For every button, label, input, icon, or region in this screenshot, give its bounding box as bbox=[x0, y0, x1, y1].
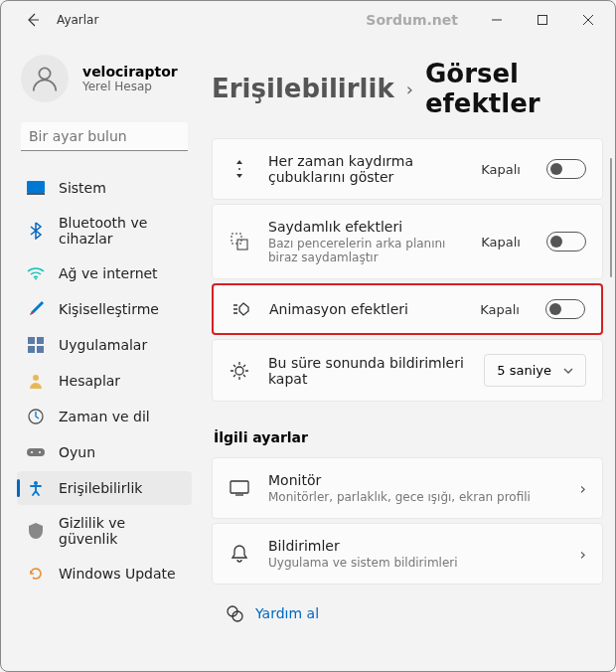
svg-rect-9 bbox=[37, 346, 44, 353]
svg-point-15 bbox=[34, 481, 38, 485]
svg-rect-4 bbox=[27, 193, 45, 195]
arrow-left-icon bbox=[25, 12, 41, 28]
sidebar-item-accessibility[interactable]: Erişilebilirlik bbox=[17, 471, 192, 505]
svg-rect-7 bbox=[37, 337, 44, 344]
bell-icon bbox=[229, 545, 250, 563]
profile-sub: Yerel Hesap bbox=[82, 80, 178, 93]
watermark: Sordum.net bbox=[366, 12, 458, 28]
svg-point-10 bbox=[33, 375, 39, 381]
maximize-button[interactable] bbox=[520, 4, 565, 36]
sidebar-item-label: Erişilebilirlik bbox=[59, 480, 142, 496]
nav-list: Sistem Bluetooth ve cihazlar Ağ ve inter… bbox=[17, 171, 192, 590]
search-box[interactable] bbox=[21, 122, 188, 151]
sidebar-item-label: Uygulamalar bbox=[59, 337, 147, 353]
sidebar-item-system[interactable]: Sistem bbox=[17, 171, 192, 205]
setting-value: Kapalı bbox=[481, 162, 521, 177]
timeout-select[interactable]: 5 saniye bbox=[484, 354, 586, 387]
scrollbar[interactable] bbox=[609, 158, 613, 651]
profile-name: velociraptor bbox=[82, 64, 178, 80]
toggle-transparency[interactable] bbox=[546, 232, 586, 252]
select-value: 5 saniye bbox=[497, 363, 551, 378]
svg-point-19 bbox=[235, 367, 243, 375]
svg-rect-8 bbox=[28, 346, 35, 353]
chevron-down-icon bbox=[563, 368, 573, 374]
related-sub: Monitörler, parlaklık, gece ışığı, ekran… bbox=[268, 490, 562, 504]
sidebar-item-bluetooth[interactable]: Bluetooth ve cihazlar bbox=[17, 207, 192, 254]
svg-point-5 bbox=[35, 278, 37, 280]
monitor-icon bbox=[229, 480, 250, 496]
svg-rect-20 bbox=[231, 481, 248, 493]
close-icon bbox=[583, 15, 593, 25]
person-icon bbox=[30, 64, 60, 93]
related-notifications[interactable]: Bildirimler Uygulama ve sistem bildiriml… bbox=[212, 523, 603, 585]
window-title: Ayarlar bbox=[57, 13, 98, 27]
related-monitor[interactable]: Monitör Monitörler, parlaklık, gece ışığ… bbox=[212, 457, 603, 519]
setting-scrollbars: Her zaman kaydırma çubuklarını göster Ka… bbox=[212, 138, 603, 200]
setting-title: Bu süre sonunda bildirimleri kapat bbox=[268, 355, 466, 387]
related-title: Bildirimler bbox=[268, 538, 562, 554]
breadcrumb-current: Görsel efektler bbox=[425, 59, 603, 118]
sidebar-item-label: Gizlilik ve güvenlik bbox=[59, 515, 182, 547]
maximize-icon bbox=[538, 15, 547, 25]
setting-value: Kapalı bbox=[480, 302, 520, 317]
breadcrumb-parent[interactable]: Erişilebilirlik bbox=[212, 74, 394, 103]
display-icon bbox=[27, 179, 45, 197]
chevron-right-icon: › bbox=[406, 79, 413, 99]
svg-rect-18 bbox=[237, 240, 247, 250]
breadcrumb: Erişilebilirlik › Görsel efektler bbox=[212, 59, 603, 118]
svg-point-13 bbox=[31, 451, 33, 453]
svg-rect-12 bbox=[27, 448, 45, 456]
clock-globe-icon bbox=[27, 408, 45, 425]
setting-animation: Animasyon efektleri Kapalı bbox=[212, 283, 603, 335]
chevron-right-icon: › bbox=[580, 479, 586, 498]
sidebar-item-apps[interactable]: Uygulamalar bbox=[17, 328, 192, 362]
transparency-icon bbox=[229, 233, 250, 251]
wifi-icon bbox=[27, 264, 45, 282]
back-button[interactable] bbox=[17, 4, 49, 36]
minimize-icon bbox=[492, 15, 502, 25]
bluetooth-icon bbox=[27, 222, 45, 240]
toggle-animation[interactable] bbox=[545, 299, 585, 319]
svg-point-1 bbox=[39, 68, 50, 79]
related-sub: Uygulama ve sistem bildirimleri bbox=[268, 556, 562, 570]
setting-title: Animasyon efektleri bbox=[269, 301, 462, 317]
sidebar-item-label: Hesaplar bbox=[59, 373, 120, 389]
sidebar-item-time[interactable]: Zaman ve dil bbox=[17, 400, 192, 433]
setting-transparency: Saydamlık efektleri Bazı pencerelerin ar… bbox=[212, 204, 603, 279]
svg-rect-3 bbox=[27, 181, 45, 193]
brush-icon bbox=[27, 300, 45, 318]
svg-point-16 bbox=[238, 168, 240, 170]
minimize-button[interactable] bbox=[474, 4, 520, 36]
search-input[interactable] bbox=[29, 128, 202, 144]
setting-title: Saydamlık efektleri bbox=[268, 219, 463, 235]
close-button[interactable] bbox=[565, 4, 611, 36]
sidebar-item-label: Ağ ve internet bbox=[59, 265, 158, 281]
related-title: Monitör bbox=[268, 472, 562, 488]
sidebar-item-label: Windows Update bbox=[59, 566, 176, 582]
help-row[interactable]: Yardım al bbox=[212, 604, 603, 622]
shield-icon bbox=[27, 522, 45, 540]
profile-block[interactable]: velociraptor Yerel Hesap bbox=[17, 55, 192, 102]
setting-title: Her zaman kaydırma çubuklarını göster bbox=[268, 153, 463, 185]
gamepad-icon bbox=[27, 443, 45, 461]
svg-point-14 bbox=[39, 451, 41, 453]
setting-value: Kapalı bbox=[481, 235, 521, 250]
toggle-scrollbars[interactable] bbox=[546, 159, 586, 179]
sidebar-item-gaming[interactable]: Oyun bbox=[17, 435, 192, 469]
sidebar-item-network[interactable]: Ağ ve internet bbox=[17, 256, 192, 290]
help-icon bbox=[226, 604, 243, 622]
sidebar-item-update[interactable]: Windows Update bbox=[17, 557, 192, 590]
related-header: İlgili ayarlar bbox=[214, 429, 603, 445]
sidebar-item-accounts[interactable]: Hesaplar bbox=[17, 364, 192, 398]
sidebar-item-privacy[interactable]: Gizlilik ve güvenlik bbox=[17, 507, 192, 555]
sidebar-item-label: Sistem bbox=[59, 180, 106, 196]
svg-rect-0 bbox=[539, 16, 547, 25]
svg-rect-17 bbox=[231, 234, 241, 244]
sidebar-item-personalization[interactable]: Kişiselleştirme bbox=[17, 292, 192, 326]
sidebar: velociraptor Yerel Hesap Sistem Bluetoot… bbox=[1, 39, 200, 671]
account-icon bbox=[27, 372, 45, 390]
avatar bbox=[21, 55, 69, 102]
svg-rect-6 bbox=[28, 337, 35, 344]
accessibility-icon bbox=[27, 479, 45, 497]
update-icon bbox=[27, 565, 45, 583]
